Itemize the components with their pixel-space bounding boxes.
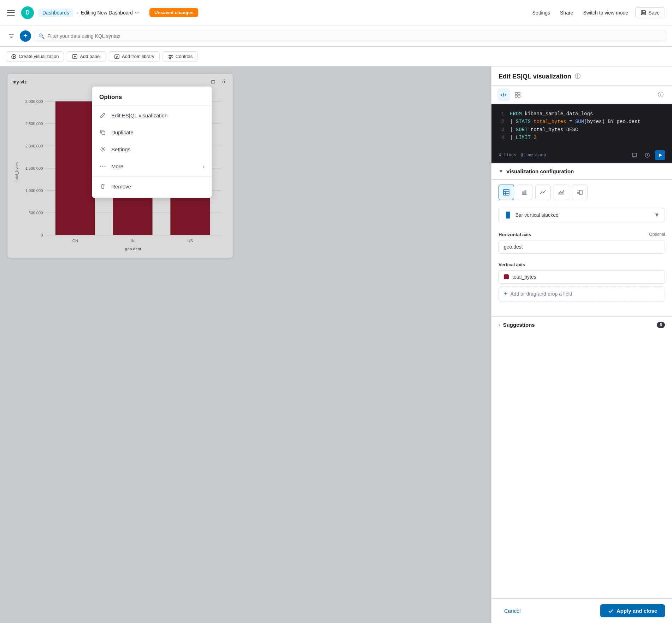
edit-esql-label: Edit ES|QL visualization	[111, 112, 167, 118]
horizontal-axis-field[interactable]: geo.dest	[499, 240, 665, 254]
edit-esql-option[interactable]: Edit ES|QL visualization	[92, 107, 212, 124]
svg-text:2,500,000: 2,500,000	[25, 122, 43, 126]
switch-view-mode-link[interactable]: Switch to view mode	[580, 8, 631, 17]
suggestions-count-badge: 6	[657, 322, 665, 328]
chart-filter-icon[interactable]: ⊟	[209, 77, 217, 86]
chart-header: my-viz ⊟ ⠿	[7, 74, 233, 88]
svg-point-32	[102, 166, 104, 167]
remove-option[interactable]: Remove	[92, 178, 212, 195]
viz-config-section-header[interactable]: ▼ Visualization configuration	[491, 163, 672, 180]
add-filter-button[interactable]: +	[20, 30, 31, 42]
svg-point-30	[102, 149, 104, 150]
suggestions-section[interactable]: › Suggestions 6	[491, 316, 672, 333]
right-panel: Edit ES|QL visualization ⓘ ⓘ 1 FROM kiba…	[491, 66, 672, 623]
svg-text:CN: CN	[72, 239, 78, 243]
duplicate-icon	[99, 129, 106, 136]
options-divider-2	[92, 176, 212, 176]
viz-config-title: Visualization configuration	[506, 168, 574, 174]
code-line-3: 3 | SORT total_bytes DESC	[499, 126, 665, 134]
svg-rect-0	[641, 11, 646, 15]
code-line-1: 1 FROM kibana_sample_data_logs	[499, 110, 665, 118]
add-field-label: Add or drag-and-drop a field	[511, 291, 572, 297]
hamburger-menu[interactable]	[7, 8, 17, 18]
options-dropdown: Options Edit ES|QL visualization Duplica…	[92, 86, 212, 198]
settings-label: Settings	[111, 146, 130, 152]
kql-search-bar[interactable]: 🔍	[34, 31, 666, 41]
icon-other[interactable]	[572, 185, 588, 200]
add-panel-button[interactable]: Add panel	[67, 51, 106, 62]
svg-rect-6	[115, 55, 119, 58]
cancel-button[interactable]: Cancel	[499, 605, 526, 617]
create-visualization-button[interactable]: Create visualization	[6, 51, 64, 62]
svg-point-31	[100, 166, 101, 167]
settings-link[interactable]: Settings	[530, 8, 553, 17]
right-panel-title: Edit ES|QL visualization	[499, 73, 571, 80]
code-editor[interactable]: 1 FROM kibana_sample_data_logs 2 | STATS…	[491, 104, 672, 147]
toolbar: Create visualization Add panel Add from …	[0, 47, 672, 66]
svg-text:0: 0	[41, 233, 43, 237]
icon-area[interactable]	[554, 185, 569, 200]
more-label: More	[111, 163, 123, 169]
horizontal-axis-section: Horizontal axis Optional geo.dest	[491, 228, 672, 258]
chart-type-selector[interactable]: ▐▌ Bar vertical stacked ▼	[499, 208, 665, 222]
filter-bar: + 🔍	[0, 25, 672, 47]
svg-rect-35	[518, 92, 520, 94]
more-option[interactable]: More ›	[92, 158, 212, 175]
panel-tabs: ⓘ	[491, 86, 672, 104]
vertical-field-total-bytes[interactable]: total_bytes	[499, 270, 665, 284]
svg-text:US: US	[187, 239, 193, 243]
svg-rect-34	[515, 92, 517, 94]
comment-icon[interactable]	[630, 150, 639, 160]
svg-text:1,500,000: 1,500,000	[25, 166, 43, 170]
controls-button[interactable]: Controls	[163, 51, 198, 62]
info-icon: ⓘ	[575, 73, 580, 80]
user-avatar: D	[21, 6, 34, 19]
search-icon: 🔍	[39, 33, 45, 39]
chart-title: my-viz	[12, 79, 26, 85]
breadcrumb-separator: ›	[76, 10, 78, 16]
svg-rect-29	[102, 131, 105, 134]
svg-rect-50	[579, 190, 582, 194]
svg-text:3,000,000: 3,000,000	[25, 99, 43, 104]
add-field-button[interactable]: + Add or drag-and-drop a field	[499, 286, 665, 302]
tab-visual[interactable]	[511, 88, 524, 101]
code-line-4: 4 | LIMIT 3	[499, 134, 665, 141]
apply-and-close-button[interactable]: Apply and close	[600, 604, 665, 617]
icon-line[interactable]	[535, 185, 551, 200]
code-action-buttons	[630, 150, 665, 160]
chart-type-label: Bar vertical stacked	[515, 212, 654, 218]
settings-option[interactable]: Settings	[92, 141, 212, 158]
trash-icon	[99, 183, 106, 190]
chart-more-icon[interactable]: ⠿	[219, 77, 228, 86]
dashboards-link[interactable]: Dashboards	[38, 8, 73, 17]
icon-bar[interactable]	[517, 185, 532, 200]
current-page-label: Editing New Dashboard ✏	[81, 10, 140, 16]
field-color-swatch	[504, 274, 509, 279]
kql-input[interactable]	[47, 33, 662, 39]
add-from-library-button[interactable]: Add from library	[109, 51, 160, 62]
svg-text:500,000: 500,000	[29, 211, 43, 215]
icon-table[interactable]	[499, 185, 514, 200]
vertical-axis-section: Vertical axis total_bytes + Add or drag-…	[491, 258, 672, 306]
apply-label: Apply and close	[617, 608, 657, 614]
panel-info-button[interactable]: ⓘ	[655, 89, 666, 100]
run-icon[interactable]	[655, 150, 665, 160]
suggestions-title: Suggestions	[503, 322, 654, 328]
edit-icon	[99, 112, 106, 119]
save-button[interactable]: Save	[635, 7, 665, 18]
share-link[interactable]: Share	[557, 8, 576, 17]
tab-code[interactable]	[497, 88, 510, 101]
svg-rect-44	[523, 192, 524, 195]
settings-icon	[99, 146, 106, 153]
breadcrumb: Dashboards › Editing New Dashboard ✏	[38, 8, 140, 17]
duplicate-label: Duplicate	[111, 129, 134, 135]
filter-toggle-button[interactable]	[6, 30, 17, 42]
history-icon[interactable]	[642, 150, 652, 160]
main-layout: my-viz ⊟ ⠿ 3,000,000 2,500,000 2,000,000…	[0, 66, 672, 623]
scroll-fade	[491, 306, 672, 316]
viz-config-chevron: ▼	[499, 168, 503, 174]
svg-rect-22	[55, 101, 95, 235]
code-line-2: 2 | STATS total_bytes = SUM(bytes) BY ge…	[499, 118, 665, 126]
line-count: 4 lines	[499, 153, 516, 158]
duplicate-option[interactable]: Duplicate	[92, 124, 212, 141]
